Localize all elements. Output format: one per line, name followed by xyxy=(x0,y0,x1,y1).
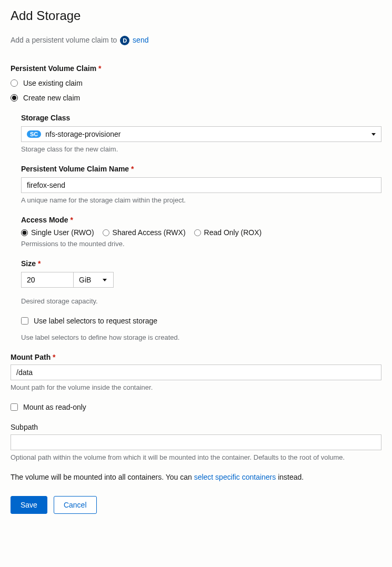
intro-prefix: Add a persistent volume claim to xyxy=(11,36,119,44)
mount-readonly-label: Mount as read-only xyxy=(23,403,86,411)
size-label: Size * xyxy=(21,259,381,268)
pvc-name-label: Persistent Volume Claim Name * xyxy=(21,165,381,173)
deployment-badge-icon: D xyxy=(120,36,129,45)
mount-readonly-check[interactable]: Mount as read-only xyxy=(11,403,381,411)
sc-badge-icon: SC xyxy=(27,130,41,138)
storage-class-label: Storage Class xyxy=(21,114,381,122)
access-single-input[interactable] xyxy=(21,229,28,236)
mount-path-label: Mount Path * xyxy=(11,353,381,361)
save-button[interactable]: Save xyxy=(11,496,47,514)
radio-create-claim[interactable]: Create new claim xyxy=(11,94,381,102)
cancel-button[interactable]: Cancel xyxy=(54,496,97,514)
mount-readonly-checkbox[interactable] xyxy=(11,403,18,411)
mount-note-prefix: The volume will be mounted into all cont… xyxy=(11,473,194,481)
access-shared-label: Shared Access (RWX) xyxy=(113,228,186,237)
mount-note: The volume will be mounted into all cont… xyxy=(11,473,381,481)
storage-class-select[interactable]: SC nfs-storage-provisioner xyxy=(21,126,381,142)
mount-note-suffix: instead. xyxy=(276,473,304,481)
size-unit-select[interactable]: GiB xyxy=(74,272,114,288)
radio-create-claim-input[interactable] xyxy=(11,94,18,102)
subpath-input[interactable] xyxy=(11,434,381,450)
access-mode-label: Access Mode * xyxy=(21,216,381,224)
access-readonly[interactable]: Read Only (ROX) xyxy=(194,228,262,237)
subpath-label: Subpath xyxy=(11,423,381,431)
subpath-hint: Optional path within the volume from whi… xyxy=(11,453,381,461)
label-selectors-checkbox[interactable] xyxy=(21,317,28,325)
intro-link[interactable]: send xyxy=(133,36,148,44)
size-input[interactable] xyxy=(21,272,74,288)
radio-existing-claim-label: Use existing claim xyxy=(23,79,83,87)
page-title: Add Storage xyxy=(11,8,381,23)
select-containers-link[interactable]: select specific containers xyxy=(194,473,276,481)
mount-path-input[interactable] xyxy=(11,364,381,380)
access-shared-input[interactable] xyxy=(103,229,109,236)
label-selectors-label: Use label selectors to request storage xyxy=(34,317,157,325)
pvc-name-input[interactable] xyxy=(21,177,381,193)
pvc-label: Persistent Volume Claim * xyxy=(11,64,381,73)
chevron-down-icon xyxy=(371,133,376,136)
storage-class-value: nfs-storage-provisioner xyxy=(45,130,120,138)
access-single-label: Single User (RWO) xyxy=(31,228,94,237)
radio-create-claim-label: Create new claim xyxy=(23,94,80,102)
access-readonly-label: Read Only (ROX) xyxy=(204,228,262,237)
intro-text: Add a persistent volume claim to D send xyxy=(11,36,381,45)
chevron-down-icon xyxy=(103,279,107,281)
mount-path-hint: Mount path for the volume inside the con… xyxy=(11,383,381,391)
radio-existing-claim-input[interactable] xyxy=(11,79,18,87)
label-selectors-hint: Use label selectors to define how storag… xyxy=(21,333,381,341)
size-hint: Desired storage capacity. xyxy=(21,297,381,305)
access-single[interactable]: Single User (RWO) xyxy=(21,228,94,237)
access-shared[interactable]: Shared Access (RWX) xyxy=(103,228,186,237)
access-mode-hint: Permissions to the mounted drive. xyxy=(21,240,381,248)
pvc-name-hint: A unique name for the storage claim with… xyxy=(21,196,381,204)
radio-existing-claim[interactable]: Use existing claim xyxy=(11,79,381,87)
access-readonly-input[interactable] xyxy=(194,229,201,236)
storage-class-hint: Storage class for the new claim. xyxy=(21,145,381,153)
size-unit-value: GiB xyxy=(79,276,91,284)
label-selectors-check[interactable]: Use label selectors to request storage xyxy=(21,317,381,325)
